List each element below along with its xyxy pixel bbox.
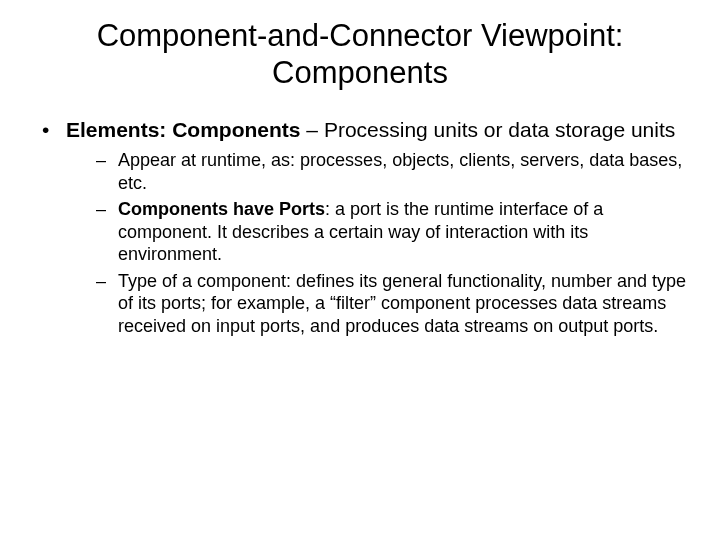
sub-bullet-type: Type of a component: defines its general…	[96, 270, 686, 338]
bullet-elements-label: Elements: Components	[66, 118, 301, 141]
sub-bullet-text: Type of a component: defines its general…	[118, 271, 686, 336]
bullet-list-level2: Appear at runtime, as: processes, object…	[96, 149, 686, 337]
slide: Component-and-Connector Viewpoint: Compo…	[0, 0, 720, 540]
sub-bullet-runtime: Appear at runtime, as: processes, object…	[96, 149, 686, 194]
bullet-list-level1: Elements: Components – Processing units …	[34, 117, 686, 337]
sub-bullet-ports: Components have Ports: a port is the run…	[96, 198, 686, 266]
sub-bullet-text: Appear at runtime, as: processes, object…	[118, 150, 682, 193]
bullet-elements-sep: –	[301, 118, 324, 141]
bullet-elements-rest: Processing units or data storage units	[324, 118, 675, 141]
sub-bullet-bold: Components have Ports	[118, 199, 325, 219]
slide-title: Component-and-Connector Viewpoint: Compo…	[34, 18, 686, 91]
bullet-elements: Elements: Components – Processing units …	[34, 117, 686, 337]
